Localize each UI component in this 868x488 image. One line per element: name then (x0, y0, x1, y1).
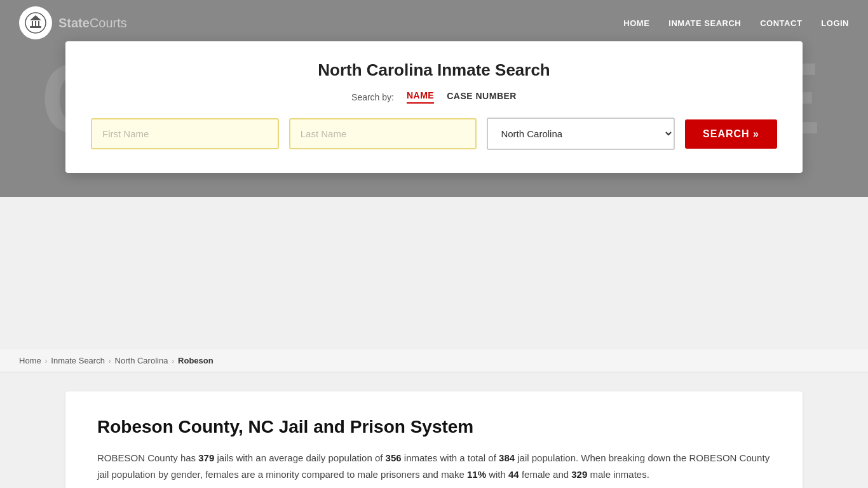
nav-contact[interactable]: CONTACT (760, 18, 802, 28)
content-card: Robeson County, NC Jail and Prison Syste… (65, 391, 803, 488)
nav-home[interactable]: HOME (623, 18, 649, 28)
breadcrumb-sep-2: › (109, 357, 111, 365)
logo-link[interactable]: StateCourts (19, 6, 127, 39)
county-title: Robeson County, NC Jail and Prison Syste… (97, 417, 771, 437)
breadcrumb: Home › Inmate Search › North Carolina › … (19, 356, 849, 365)
svg-rect-1 (30, 26, 41, 28)
breadcrumb-inmate-search[interactable]: Inmate Search (51, 356, 105, 365)
last-name-input[interactable] (289, 118, 477, 149)
svg-rect-3 (35, 21, 36, 26)
tab-case-number[interactable]: CASE NUMBER (447, 91, 517, 103)
search-by-row: Search by: NAME CASE NUMBER (91, 90, 777, 104)
breadcrumb-current: Robeson (178, 356, 214, 365)
logo-icon (19, 6, 52, 39)
breadcrumb-sep-1: › (45, 357, 48, 365)
svg-rect-4 (38, 21, 39, 26)
breadcrumb-sep-3: › (172, 357, 174, 365)
tab-name[interactable]: NAME (407, 90, 434, 104)
search-by-label: Search by: (351, 92, 394, 102)
svg-marker-5 (30, 15, 41, 20)
nav-inmate-search[interactable]: INMATE SEARCH (668, 18, 741, 28)
search-card: North Carolina Inmate Search Search by: … (65, 41, 803, 173)
nav-login[interactable]: LOGIN (821, 18, 849, 28)
main-content: Robeson County, NC Jail and Prison Syste… (53, 372, 815, 488)
search-button[interactable]: SEARCH » (685, 119, 777, 149)
state-select[interactable]: North Carolina Alabama Alaska Arizona Ar… (487, 118, 675, 150)
svg-rect-2 (32, 21, 33, 26)
navbar: StateCourts HOME INMATE SEARCH CONTACT L… (0, 0, 868, 46)
first-name-input[interactable] (91, 118, 279, 149)
county-description: ROBESON County has 379 jails with an ave… (97, 450, 771, 482)
search-inputs: North Carolina Alabama Alaska Arizona Ar… (91, 118, 777, 150)
search-card-title: North Carolina Inmate Search (91, 60, 777, 80)
breadcrumb-home[interactable]: Home (19, 356, 41, 365)
hero-section: COURTHOUSE StateCourts HOME INMATE SEARC… (0, 0, 868, 197)
breadcrumb-north-carolina[interactable]: North Carolina (115, 356, 168, 365)
breadcrumb-bar: Home › Inmate Search › North Carolina › … (0, 349, 868, 372)
nav-links: HOME INMATE SEARCH CONTACT LOGIN (623, 18, 849, 28)
logo-text: StateCourts (58, 16, 127, 30)
